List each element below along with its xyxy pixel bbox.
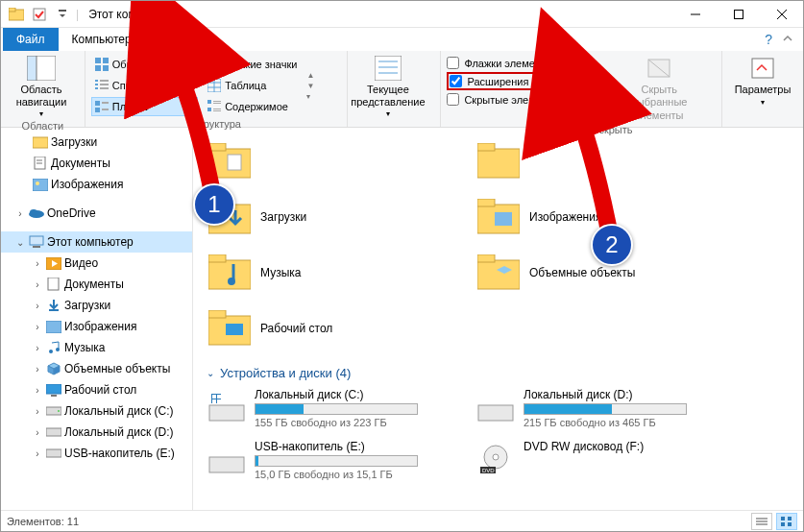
layout-list[interactable]: Список <box>91 76 198 95</box>
svg-rect-47 <box>33 137 48 148</box>
folder-music[interactable]: Музыка <box>207 245 475 301</box>
tree-documents[interactable]: Документы <box>1 153 192 174</box>
svg-rect-95 <box>217 395 221 399</box>
drive-usage-bar <box>255 455 418 467</box>
tab-computer[interactable]: Компьютер <box>59 28 145 51</box>
tree-pictures2[interactable]: ›Изображения <box>1 316 192 337</box>
nav-pane-button[interactable]: Область навигации ▾ <box>7 55 76 118</box>
drives-grid: Локальный диск (C:) 155 ГБ свободно из 2… <box>207 388 803 480</box>
options-label: Параметры <box>735 84 792 96</box>
content-pane[interactable]: Загрузки Изображения Музыка Объемные объ… <box>193 128 803 510</box>
svg-rect-56 <box>33 246 40 248</box>
ribbon-group-layout: Обычные значки Мелкие значки Список Табл… <box>85 51 348 127</box>
collapse-ribbon-icon[interactable] <box>782 34 793 43</box>
help-icon[interactable]: ? <box>765 32 772 47</box>
chevron-down-icon[interactable]: ⌄ <box>14 237 26 248</box>
section-devices[interactable]: ⌄ Устройства и диски (4) <box>207 366 803 380</box>
drive-f[interactable]: DVD DVD RW дисковод (F:) <box>475 440 744 480</box>
tree-this-pc[interactable]: ⌄Этот компьютер <box>1 231 192 253</box>
view-tiles-button[interactable] <box>776 513 797 530</box>
folder-desktop[interactable]: Рабочий стол <box>207 301 475 356</box>
folder-item[interactable] <box>475 133 744 189</box>
view-details-button[interactable] <box>751 513 772 530</box>
svg-rect-98 <box>478 405 513 421</box>
drive-icon <box>207 388 247 428</box>
layout-small-icons[interactable]: Мелкие значки <box>204 55 301 74</box>
svg-rect-3 <box>59 10 66 12</box>
tree-onedrive[interactable]: ›OneDrive <box>1 203 192 224</box>
window-title: Этот компьютер <box>85 8 673 21</box>
tree-drive-d[interactable]: ›Локальный диск (D:) <box>1 422 192 443</box>
svg-point-101 <box>493 454 499 460</box>
folder-icon <box>475 138 522 184</box>
qat-dropdown-icon[interactable] <box>53 4 72 25</box>
layout-large-icons[interactable]: Обычные значки <box>91 55 198 74</box>
svg-rect-22 <box>95 84 98 85</box>
svg-rect-51 <box>33 179 48 191</box>
status-item-count: Элементов: 11 <box>7 516 79 527</box>
layout-table[interactable]: Таблица <box>204 76 301 95</box>
check-item-flags[interactable]: Флажки элементов <box>447 57 605 69</box>
pictures-icon <box>32 177 49 192</box>
folder-volumes[interactable]: Объемные объекты <box>475 245 744 301</box>
svg-rect-10 <box>95 58 101 63</box>
checkbox-icon[interactable] <box>30 4 49 25</box>
tree-desktop[interactable]: ›Рабочий стол <box>1 379 192 400</box>
folder-pictures[interactable]: Изображения <box>475 189 744 245</box>
svg-rect-109 <box>781 522 785 526</box>
svg-rect-16 <box>217 58 220 60</box>
drive-c[interactable]: Локальный диск (C:) 155 ГБ свободно из 2… <box>207 388 475 428</box>
svg-point-52 <box>36 181 39 185</box>
layout-scroll-down[interactable]: ▼ <box>306 82 314 90</box>
documents-icon <box>32 156 49 171</box>
drive-icon <box>45 424 62 440</box>
dvd-drive-icon: DVD <box>475 440 516 480</box>
drive-e[interactable]: USB-накопитель (E:) 15,0 ГБ свободно из … <box>207 440 475 480</box>
svg-rect-108 <box>788 517 792 520</box>
svg-rect-97 <box>217 399 221 403</box>
maximize-button[interactable] <box>717 1 760 28</box>
drive-icon <box>45 403 62 419</box>
drive-d[interactable]: Локальный диск (D:) 215 ГБ свободно из 4… <box>475 388 744 428</box>
tree-pictures[interactable]: Изображения <box>1 174 192 195</box>
svg-rect-36 <box>213 103 221 104</box>
svg-rect-24 <box>95 87 98 89</box>
tab-view[interactable]: Вид <box>145 28 197 51</box>
folder-downloads[interactable]: Загрузки <box>207 189 475 245</box>
layout-content[interactable]: Содержимое <box>204 97 301 116</box>
desktop-folder-icon <box>207 305 253 351</box>
nav-pane-icon <box>26 55 57 82</box>
svg-rect-5 <box>734 10 743 18</box>
tab-file[interactable]: Файл <box>3 28 59 51</box>
desktop-icon <box>45 382 62 398</box>
tree-videos[interactable]: ›Видео <box>1 253 192 274</box>
dropdown-icon: ▾ <box>761 98 765 107</box>
check-hidden-items[interactable]: Скрытые элементы <box>447 93 605 106</box>
layout-scroll-up[interactable]: ▲ <box>306 71 314 80</box>
tree-documents2[interactable]: ›Документы <box>1 274 192 295</box>
chevron-down-icon: ⌄ <box>207 368 214 378</box>
current-view-button[interactable]: Текущее представление ▾ <box>353 55 423 118</box>
svg-rect-11 <box>103 58 109 63</box>
close-button[interactable] <box>760 1 803 28</box>
svg-rect-68 <box>51 395 57 397</box>
svg-rect-86 <box>477 260 520 289</box>
svg-rect-91 <box>226 324 243 335</box>
tree-downloads2[interactable]: ›Загрузки <box>1 295 192 316</box>
svg-rect-34 <box>207 100 211 104</box>
minimize-button[interactable] <box>673 1 717 28</box>
check-file-extensions[interactable]: Расширения имен файлов <box>447 72 605 90</box>
tree-music[interactable]: ›Музыка <box>1 337 192 358</box>
svg-point-54 <box>30 209 37 215</box>
tree-drive-c[interactable]: ›Локальный диск (C:) <box>1 400 192 422</box>
chevron-right-icon[interactable]: › <box>14 208 26 219</box>
tree-drive-e[interactable]: ›USB-накопитель (E:) <box>1 443 192 464</box>
svg-point-70 <box>58 410 60 412</box>
tree-volumes[interactable]: ›Объемные объекты <box>1 358 192 379</box>
options-button[interactable]: Параметры ▾ <box>728 55 797 107</box>
layout-expand[interactable]: ▾ <box>306 92 314 101</box>
layout-tiles[interactable]: Плитка <box>91 97 198 116</box>
nav-pane[interactable]: Загрузки Документы Изображения ›OneDrive… <box>1 128 193 510</box>
folder-item[interactable] <box>207 133 475 189</box>
current-view-label: Текущее представление <box>351 84 425 108</box>
